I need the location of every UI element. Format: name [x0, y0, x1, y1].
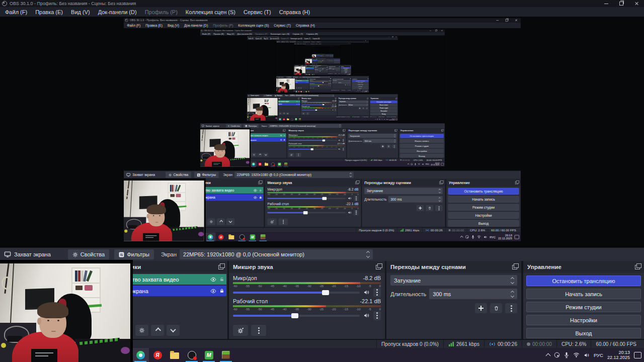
channel-name: Микр/доп: [310, 80, 313, 81]
menu-edit[interactable]: Правка (E): [31, 9, 67, 15]
transition-select[interactable]: Затухание: [390, 275, 517, 286]
minimize-icon: [496, 20, 499, 21]
move-source-up-button[interactable]: [151, 325, 164, 336]
webcam-overlay: [0, 260, 133, 362]
close-icon: [515, 19, 517, 22]
signal-bars-icon: [448, 341, 454, 346]
restore-button[interactable]: [614, 0, 629, 7]
mixer-dock: Микшер звука Микр/доп -8.2 dB -60-55-50-…: [314, 66, 329, 73]
taskbar-explorer-icon[interactable]: [166, 348, 183, 362]
spinbox-arrows-icon: [394, 140, 395, 142]
exit-button[interactable]: Выход: [526, 328, 641, 338]
menu-docks[interactable]: Док-панели (D): [94, 9, 141, 15]
speaker-icon[interactable]: [363, 289, 370, 296]
stop-streaming-button[interactable]: Остановить трансляцию: [526, 276, 641, 286]
settings-button[interactable]: Настройки: [526, 315, 641, 325]
menu-edit: Правка (E): [255, 38, 263, 40]
start-recording-button[interactable]: Начать запись: [526, 289, 641, 299]
menu-help: Справка (H): [311, 38, 320, 40]
tray-expand-icon[interactable]: [546, 352, 550, 357]
taskbar-minecraft-icon: [307, 90, 310, 93]
taskbar-browser-icon[interactable]: [132, 348, 149, 362]
advanced-audio-button[interactable]: [233, 325, 248, 336]
tray-mic-icon[interactable]: [564, 352, 569, 358]
studio-mode-button[interactable]: Режим студии: [526, 302, 641, 312]
source-properties-button[interactable]: [135, 325, 148, 336]
meter-tick-label: -15: [331, 137, 332, 139]
preview-area[interactable]: OBS 30.1.0 - Профиль: Без названия - Сце…: [0, 17, 644, 247]
channel-menu-button: [327, 71, 328, 72]
dock-popout-icon[interactable]: [512, 265, 517, 269]
spinbox-arrows-icon[interactable]: [511, 291, 514, 297]
taskbar-apps: Я M: [132, 348, 234, 362]
taskbar-m-app-icon[interactable]: M: [200, 348, 217, 362]
volume-slider[interactable]: [233, 292, 360, 294]
meter-tick-label: -55: [245, 284, 250, 288]
menu-help[interactable]: Справка (H): [275, 9, 314, 15]
dock-popout-icon[interactable]: [218, 265, 223, 269]
properties-label: Свойства: [174, 173, 189, 176]
tray-volume-icon[interactable]: [584, 352, 590, 358]
properties-button[interactable]: Свойства: [68, 249, 109, 259]
close-button[interactable]: [629, 0, 644, 7]
tray-language-label[interactable]: РУС: [594, 352, 603, 358]
tray-mic-icon: [379, 119, 380, 120]
visibility-eye-icon: [254, 196, 257, 199]
transition-menu-button[interactable]: [505, 303, 517, 313]
move-source-down-button[interactable]: [167, 325, 180, 336]
system-tray: РУС 20:13 22.12.2025: [335, 64, 340, 65]
visibility-eye-icon[interactable]: [210, 277, 216, 283]
volume-slider[interactable]: [233, 315, 360, 317]
tray-notification-icon[interactable]: [634, 352, 641, 358]
meter-tick-label: -30: [319, 103, 320, 104]
visibility-eye-icon[interactable]: [210, 288, 216, 294]
tray-obs-icon[interactable]: [554, 352, 560, 358]
add-transition-button: [345, 84, 346, 85]
menu-view[interactable]: Вид (V): [67, 9, 94, 15]
meter-tick-label: -45: [315, 85, 315, 85]
duration-label: Длительность: [339, 104, 347, 106]
slider-handle[interactable]: [322, 290, 329, 295]
webcam-clothes-pile: [309, 63, 312, 65]
dock-popout-icon[interactable]: [635, 265, 640, 269]
screen-select[interactable]: 22MP65: 1920x1080 @ 0,0 (Основной монито…: [180, 249, 373, 259]
menu-scene-collection[interactable]: Коллекция сцен (S): [182, 9, 239, 15]
menu-file[interactable]: Файл (F): [1, 9, 31, 15]
tray-clock[interactable]: 20:13 22.12.2025: [607, 350, 630, 360]
remove-transition-button: [347, 84, 348, 85]
add-transition-button[interactable]: [475, 303, 487, 313]
meter-tick-label: -60: [233, 307, 237, 311]
meter-tick-label: -45: [310, 108, 311, 109]
taskbar-yandex-icon[interactable]: Я: [149, 348, 166, 362]
menu-profile: Профиль (P): [280, 38, 290, 40]
taskbar-obs-icon[interactable]: [183, 348, 200, 362]
webcam-video: [294, 66, 305, 75]
slider-handle[interactable]: [291, 313, 298, 318]
remove-transition-button[interactable]: [490, 303, 502, 313]
menu-tools[interactable]: Сервис (T): [239, 9, 275, 15]
minimize-button[interactable]: [599, 0, 614, 7]
channel-menu-button[interactable]: [373, 288, 381, 297]
transitions-toolbar: [390, 303, 517, 313]
duration-spinbox[interactable]: 300 ms: [429, 289, 517, 299]
chevron-up-icon: [259, 154, 261, 156]
mixer-menu-button[interactable]: [251, 325, 266, 336]
dock-popout-icon[interactable]: [376, 265, 381, 269]
lock-icon[interactable]: [219, 288, 224, 294]
speaker-icon[interactable]: [363, 312, 370, 319]
mixer-channel-mic: Микр/доп -8.2 dB -60-55-50-45-40-35-30-2…: [301, 100, 338, 106]
transition-value: Затухание: [350, 135, 360, 137]
filters-button[interactable]: Фильтры: [114, 249, 154, 259]
visibility-eye-icon: [306, 82, 307, 83]
unlock-icon[interactable]: [219, 277, 224, 282]
speaker-icon: [338, 148, 341, 150]
meter-tick-label: -55: [304, 103, 305, 104]
tray-wifi-icon[interactable]: [573, 352, 580, 357]
lock-icon: [308, 82, 308, 83]
webcam-hoodie-print: [31, 349, 57, 362]
meter-tick-label: -55: [293, 146, 295, 147]
menu-profile[interactable]: Профиль (P): [141, 9, 182, 15]
taskbar-minecraft-icon[interactable]: [217, 348, 234, 362]
channel-db-value: -22.1 dB: [328, 83, 331, 84]
channel-menu-button[interactable]: [373, 311, 381, 320]
